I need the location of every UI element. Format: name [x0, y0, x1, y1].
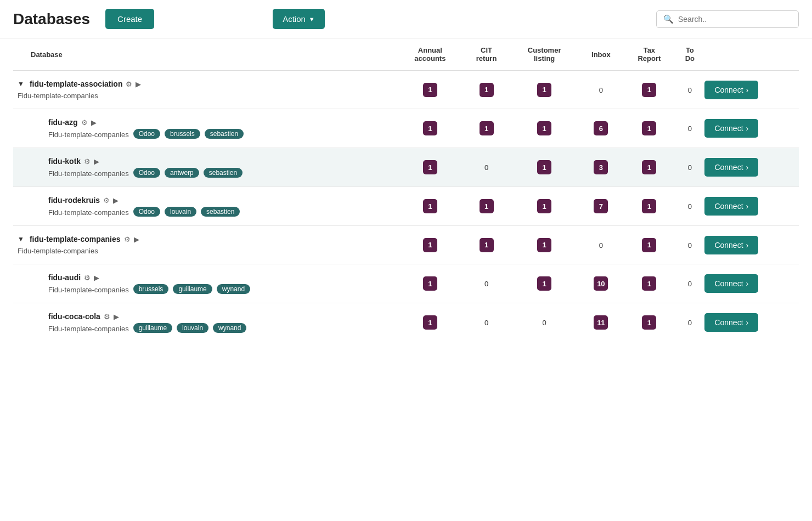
todo-cell: 0 [675, 264, 704, 303]
inbox-cell: 6 [578, 109, 623, 148]
badge-value: 3 [594, 160, 608, 174]
collapse-arrow[interactable]: ▼ [18, 80, 24, 88]
badge-value: 7 [594, 199, 608, 213]
connect-button[interactable]: Connect › [704, 158, 758, 177]
arrow-right-icon[interactable]: ▶ [94, 157, 99, 166]
badge-value: 1 [480, 238, 494, 252]
gear-icon[interactable]: ⚙ [126, 80, 132, 88]
badge-value: 1 [537, 238, 551, 252]
arrow-right-icon[interactable]: ▶ [114, 313, 119, 321]
db-info: ▼ fidu-template-companies ⚙ ▶ Fidu-templ… [18, 235, 398, 255]
create-button[interactable]: Create [105, 9, 154, 29]
col-header-tax-report: TaxReport [623, 38, 675, 71]
cit-return-cell: 1 [463, 109, 510, 148]
tag: Odoo [133, 207, 160, 217]
zero-value: 0 [688, 319, 692, 327]
connect-button[interactable]: Connect › [704, 274, 758, 293]
db-cell: fidu-coca-cola ⚙ ▶ Fidu-template-compani… [13, 303, 398, 342]
cit-return-cell: 0 [463, 303, 510, 342]
connect-button[interactable]: Connect › [704, 81, 758, 99]
cit-return-cell: 1 [463, 71, 510, 109]
search-input[interactable] [678, 15, 792, 24]
connect-button[interactable]: Connect › [704, 313, 758, 332]
tag: Odoo [133, 129, 160, 139]
db-cell: fidu-audi ⚙ ▶ Fidu-template-companies br… [13, 264, 398, 303]
col-header-customer-listing: Customerlisting [510, 38, 578, 71]
db-name-row: fidu-audi ⚙ ▶ [48, 273, 398, 282]
action-button[interactable]: Action ▼ [273, 9, 325, 29]
table-header-row: Database Annualaccounts CITreturn Custom… [13, 38, 799, 71]
tag: guillaume [173, 284, 212, 294]
db-info: fidu-kotk ⚙ ▶ Fidu-template-companies Od… [48, 157, 398, 178]
table-row: fidu-audi ⚙ ▶ Fidu-template-companies br… [13, 264, 799, 303]
db-name-row: ▼ fidu-template-association ⚙ ▶ [18, 80, 398, 88]
db-template: Fidu-template-companies [48, 325, 129, 333]
connect-cell: Connect › [704, 148, 799, 187]
badge-value: 1 [537, 199, 551, 213]
arrow-right-icon[interactable]: ▶ [94, 274, 99, 282]
todo-cell: 0 [675, 226, 704, 264]
badge-value: 1 [423, 238, 437, 252]
db-name-row: fidu-coca-cola ⚙ ▶ [48, 312, 398, 321]
tax-report-cell: 1 [623, 187, 675, 226]
zero-value: 0 [688, 86, 692, 94]
arrow-right-icon[interactable]: ▶ [113, 196, 119, 205]
db-cell: fidu-azg ⚙ ▶ Fidu-template-companies Odo… [13, 109, 398, 148]
inbox-cell: 0 [578, 226, 623, 264]
arrow-right-icon[interactable]: ▶ [91, 118, 97, 127]
db-name-row: fidu-kotk ⚙ ▶ [48, 157, 398, 166]
tag: guillaume [133, 323, 172, 333]
gear-icon[interactable]: ⚙ [81, 118, 88, 127]
customer-listing-cell: 1 [510, 264, 578, 303]
page-title: Databases [13, 10, 90, 28]
db-name-row: fidu-rodekruis ⚙ ▶ [48, 196, 398, 205]
db-info: ▼ fidu-template-association ⚙ ▶ Fidu-tem… [18, 80, 398, 100]
badge-value: 1 [423, 121, 437, 135]
customer-listing-cell: 1 [510, 226, 578, 264]
badge-value: 1 [642, 199, 656, 213]
db-name: fidu-coca-cola [48, 312, 100, 321]
col-header-annual-accounts: Annualaccounts [398, 38, 463, 71]
db-cell: ▼ fidu-template-association ⚙ ▶ Fidu-tem… [13, 71, 398, 109]
connect-cell: Connect › [704, 109, 799, 148]
zero-value: 0 [688, 124, 692, 133]
arrow-right-icon[interactable]: ▶ [134, 235, 139, 243]
gear-icon[interactable]: ⚙ [103, 196, 110, 205]
db-template: Fidu-template-companies [48, 169, 129, 178]
connect-arrow-icon: › [746, 279, 749, 288]
tag: louvain [177, 323, 208, 333]
connect-cell: Connect › [704, 71, 799, 109]
tag: sebastien [205, 129, 244, 139]
tag: antwerp [165, 168, 199, 178]
gear-icon[interactable]: ⚙ [84, 157, 91, 166]
badge-value: 1 [423, 199, 437, 213]
tax-report-cell: 1 [623, 264, 675, 303]
connect-button[interactable]: Connect › [704, 119, 758, 138]
db-template: Fidu-template-companies [48, 208, 129, 217]
customer-listing-cell: 1 [510, 71, 578, 109]
db-name-row: fidu-azg ⚙ ▶ [48, 118, 398, 127]
table-row: ▼ fidu-template-companies ⚙ ▶ Fidu-templ… [13, 226, 799, 264]
badge-value: 1 [537, 83, 551, 97]
db-name: fidu-kotk [48, 157, 81, 166]
badge-value: 11 [594, 315, 608, 330]
db-template: Fidu-template-companies [18, 247, 98, 255]
connect-button[interactable]: Connect › [704, 197, 758, 216]
table-row: fidu-azg ⚙ ▶ Fidu-template-companies Odo… [13, 109, 799, 148]
connect-cell: Connect › [704, 303, 799, 342]
badge-value: 1 [423, 160, 437, 174]
gear-icon[interactable]: ⚙ [84, 274, 91, 282]
gear-icon[interactable]: ⚙ [104, 313, 110, 321]
col-header-inbox: Inbox [578, 38, 623, 71]
db-name: fidu-azg [48, 118, 78, 127]
table-row: fidu-kotk ⚙ ▶ Fidu-template-companies Od… [13, 148, 799, 187]
connect-arrow-icon: › [746, 163, 749, 172]
gear-icon[interactable]: ⚙ [124, 235, 131, 243]
collapse-arrow[interactable]: ▼ [18, 235, 24, 243]
annual-accounts-cell: 1 [398, 303, 463, 342]
arrow-right-icon[interactable]: ▶ [136, 80, 141, 88]
badge-value: 1 [642, 276, 656, 291]
zero-value: 0 [484, 280, 488, 288]
db-template: Fidu-template-companies [48, 131, 129, 139]
connect-button[interactable]: Connect › [704, 236, 758, 254]
